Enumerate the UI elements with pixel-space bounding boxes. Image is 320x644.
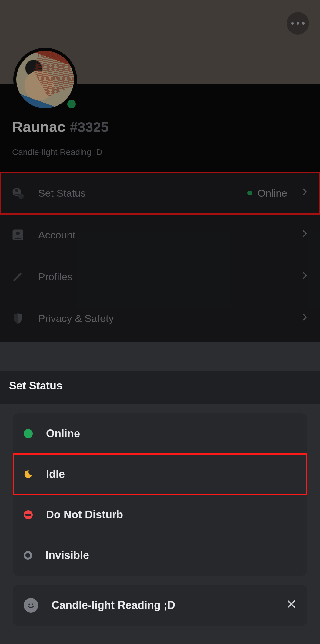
chevron-right-icon [301, 187, 309, 199]
settings-list: Set Status Online Account [0, 172, 320, 342]
status-option-idle[interactable]: Idle [13, 454, 307, 494]
status-option-label: Idle [46, 468, 65, 481]
username: Raunac [12, 119, 65, 135]
profiles-label: Profiles [38, 271, 287, 283]
idle-icon [24, 470, 33, 479]
account-row[interactable]: Account [0, 214, 320, 256]
shield-icon [11, 311, 25, 325]
set-status-row[interactable]: Set Status Online [0, 172, 320, 214]
smile-icon [24, 598, 38, 613]
svg-point-4 [16, 232, 20, 235]
status-dot-icon [247, 191, 252, 196]
dnd-icon [24, 510, 33, 519]
status-option-label: Invisible [45, 549, 89, 562]
profiles-row[interactable]: Profiles [0, 256, 320, 297]
clear-status-button[interactable] [286, 599, 296, 612]
set-status-label: Set Status [38, 187, 234, 199]
chevron-right-icon [301, 270, 309, 283]
presence-online-icon [65, 97, 78, 111]
svg-point-5 [26, 600, 36, 610]
status-option-invisible[interactable]: Invisible [13, 535, 307, 576]
avatar[interactable] [13, 48, 77, 111]
status-icon [11, 186, 25, 200]
status-option-label: Online [46, 427, 80, 440]
chevron-right-icon [301, 312, 309, 325]
status-option-online[interactable]: Online [13, 413, 307, 454]
chevron-right-icon [301, 228, 309, 241]
more-options-button[interactable] [287, 12, 309, 34]
pencil-icon [11, 270, 25, 284]
custom-status-text: Candle-light Reading ;D [52, 599, 175, 612]
svg-point-1 [18, 194, 24, 199]
svg-point-2 [15, 189, 18, 192]
account-label: Account [38, 229, 287, 241]
account-icon [11, 228, 25, 242]
custom-status-row[interactable]: Candle-light Reading ;D [13, 585, 307, 626]
privacy-safety-row[interactable]: Privacy & Safety [0, 297, 320, 342]
status-value: Online [258, 187, 287, 199]
invisible-icon [24, 551, 32, 560]
sheet-title: Set Status [0, 371, 320, 404]
status-options-card: Online Idle Do Not Disturb Invisible [13, 413, 307, 576]
svg-point-6 [28, 603, 30, 605]
online-icon [24, 429, 33, 438]
status-option-dnd[interactable]: Do Not Disturb [13, 494, 307, 535]
privacy-safety-label: Privacy & Safety [38, 313, 287, 324]
profile-header: Raunac #3325 Candle-light Reading ;D [0, 84, 320, 172]
status-option-label: Do Not Disturb [46, 508, 123, 521]
svg-point-7 [32, 603, 33, 605]
discriminator: #3325 [70, 119, 108, 135]
custom-status-text: Candle-light Reading ;D [12, 147, 308, 157]
